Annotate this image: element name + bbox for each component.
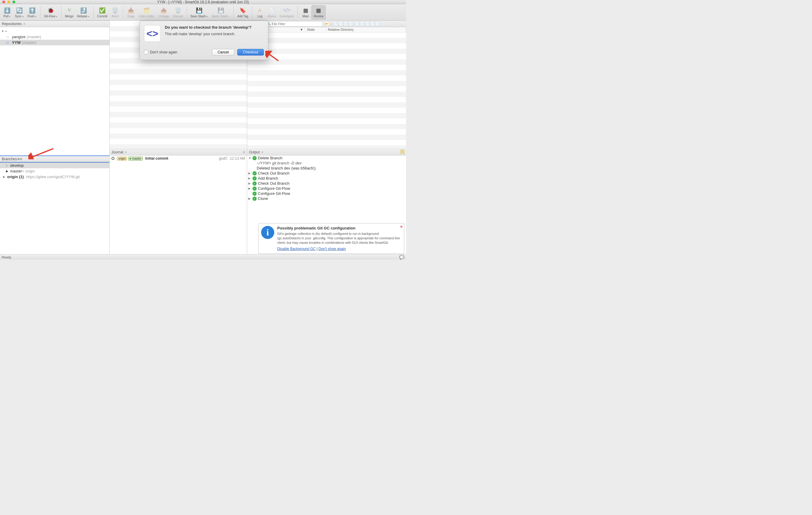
close-icon[interactable]: ✕ — [124, 151, 127, 154]
branch-name: master — [10, 169, 22, 173]
menu-icon[interactable]: ≡ — [20, 157, 22, 161]
output-item[interactable]: ▼ ✓ Delete Branch — [247, 156, 406, 161]
main-toolbar: ⬇️Pull▼ 🔄Sync▼ ⬆️Push▼ 🐞Git-Flow▼ ⑂Merge… — [0, 4, 406, 21]
repo-item-yyw[interactable]: ▭ YYW (master) — [0, 40, 109, 45]
cancel-button[interactable]: Cancel — [212, 49, 234, 55]
menu-icon[interactable]: ≡ — [243, 150, 245, 154]
commit-button[interactable]: ✅Commit — [95, 6, 109, 19]
save-stash-icon: 💾 — [196, 7, 203, 14]
output-label: Check Out Branch — [258, 181, 289, 186]
commit-row[interactable]: origin master Initial commit godC 12:13 … — [110, 156, 247, 161]
titlebar: YYW - [~/YYW] - SmartGit 18.2.8 (evaluat… — [0, 0, 406, 4]
dont-show-again-link[interactable]: Don't show again — [319, 247, 346, 251]
gitflow-button[interactable]: 🐞Git-Flow▼ — [42, 6, 59, 19]
push-button[interactable]: ⬆️Push▼ — [26, 6, 38, 19]
filter-icon[interactable]: 📄 — [355, 22, 359, 26]
chat-icon[interactable]: 💬 — [399, 255, 404, 260]
col-relative-directory[interactable]: Relative Directory — [326, 27, 406, 32]
repo-name: yangtze — [12, 35, 26, 39]
dialog-body: This will make 'develop' your current br… — [165, 32, 264, 36]
output-item[interactable]: ✓ Configure Git-Flow — [247, 191, 406, 196]
filter-icon[interactable]: 📄 — [365, 22, 370, 26]
output-item[interactable]: ▶ ✓ Add Branch — [247, 176, 406, 181]
output-item[interactable]: ▶ ✓ Clone — [247, 196, 406, 201]
output-result: Deleted branch dev (was b56acfc). — [247, 166, 406, 171]
filter-icon-group-3: 📄 📄 📄 📄 📄 — [355, 22, 380, 26]
repo-name: YYW — [12, 40, 21, 45]
output-label: Add Branch — [258, 176, 278, 181]
branch-develop[interactable]: ▷ develop — [0, 163, 109, 168]
output-item[interactable]: ▶ ✓ Check Out Branch — [247, 181, 406, 186]
filter-icon[interactable]: 📄 — [334, 22, 338, 26]
review-view-button[interactable]: ▦Review — [312, 5, 325, 19]
file-filter-input[interactable] — [266, 21, 323, 27]
blame-button: 📄Blame — [266, 6, 278, 19]
rebase-button[interactable]: ⤴️Rebase▼ — [75, 6, 91, 19]
filter-icon[interactable]: 📂 — [325, 22, 329, 26]
dialog-title: Do you want to checkout the branch 'deve… — [165, 25, 264, 30]
statusbar: Ready 💬 — [0, 254, 406, 260]
main-view-button[interactable]: ▦Main — [299, 6, 312, 19]
gc-warning-banner: ⊗ i Possibly problematic Git GC configur… — [258, 223, 404, 254]
close-icon[interactable]: ✕ — [261, 151, 263, 154]
branches-panel-header: Branches ✕ ≡ — [0, 156, 109, 162]
output-label: Output — [249, 150, 260, 154]
chevron-right-icon: ▶ — [2, 175, 6, 179]
index-editor-icon: 🗂️ — [143, 7, 150, 14]
stage-button: 📥Stage — [125, 6, 137, 19]
dont-show-checkbox[interactable] — [144, 50, 148, 54]
chevron-right-icon: ▶ — [248, 171, 252, 175]
commit-time: 12:13 AM — [230, 156, 245, 161]
close-icon[interactable]: ⊗ — [400, 225, 403, 228]
checkout-button[interactable]: Checkout — [237, 49, 264, 55]
filter-icon[interactable]: 📄 — [375, 22, 380, 26]
repo-root-label: ~ — [5, 29, 7, 33]
log-button[interactable]: ⑃Log — [254, 6, 266, 19]
left-column: Repositories ✕ ▼ ~ ▭ yangtze (master) ▭ … — [0, 21, 110, 254]
filter-icon-group-2: 📄 📄 📄 📄 — [334, 22, 353, 26]
remote-origin[interactable]: ▶ origin (1) - https://gitee.com/godC/YY… — [0, 174, 109, 180]
save-stash-button[interactable]: 💾Save Stash▼ — [189, 6, 210, 19]
success-check-icon: ✓ — [253, 187, 257, 191]
filter-icon[interactable]: 📄 — [339, 22, 343, 26]
filter-icon[interactable]: 📄 — [349, 22, 353, 26]
filter-icon[interactable]: 📄 — [344, 22, 348, 26]
chevron-right-icon: ▶ — [248, 182, 252, 185]
info-title: Possibly problematic Git GC configuratio… — [277, 226, 402, 231]
output-item[interactable]: ▶ ✓ Configure Git-Flow — [247, 186, 406, 191]
branch-outline-arrow-icon: ▷ — [5, 164, 9, 167]
journal-panel: origin master Initial commit godC 12:13 … — [110, 156, 247, 254]
merge-button[interactable]: ⑂Merge — [63, 6, 75, 19]
dont-show-label: Don't show again — [150, 50, 177, 54]
files-columns-header: ▼ State Relative Directory — [247, 27, 406, 32]
main-view-icon: ▦ — [302, 7, 309, 14]
bookmark-icon[interactable] — [401, 150, 404, 155]
stage-icon: 📥 — [127, 7, 135, 14]
output-panel: ▼ ✓ Delete Branch ~/YYW> git branch -D d… — [247, 156, 406, 254]
pull-button[interactable]: ⬇️Pull▼ — [1, 6, 13, 19]
sync-button[interactable]: 🔄Sync▼ — [13, 6, 26, 19]
branch-master[interactable]: ▶ master = origin — [0, 168, 109, 174]
output-label: Delete Branch — [258, 156, 282, 160]
discard-button: 🗑️Discard — [171, 6, 185, 19]
chevron-right-icon: ▶ — [248, 187, 252, 190]
rebase-icon: ⤴️ — [80, 7, 87, 14]
repo-item-yangtze[interactable]: ▭ yangtze (master) — [0, 34, 109, 40]
col-state[interactable]: State — [305, 27, 326, 32]
close-icon[interactable]: ✕ — [23, 22, 26, 26]
branches-panel: ▷ develop ▶ master = origin ▶ origin (1)… — [0, 162, 109, 254]
success-check-icon: ✓ — [253, 192, 257, 196]
output-item[interactable]: ▶ ✓ Check Out Branch — [247, 171, 406, 176]
info-body: Git's garbage collection is (by default)… — [277, 232, 402, 245]
filter-icon[interactable]: 📄 — [370, 22, 375, 26]
close-icon[interactable]: ✕ — [17, 157, 20, 161]
discard-icon: 🗑️ — [174, 7, 181, 14]
folder-icon: ▭ — [6, 35, 11, 39]
filter-icon[interactable]: 📄 — [360, 22, 365, 26]
branch-filled-arrow-icon: ▶ — [5, 169, 9, 173]
repo-root-row[interactable]: ▼ ~ — [0, 28, 109, 34]
review-view-icon: ▦ — [315, 7, 322, 14]
disable-gc-link[interactable]: Disable Background GC — [277, 247, 316, 251]
add-tag-button[interactable]: 🔖Add Tag — [235, 6, 250, 19]
apply-stash-button: 💾Apply Stash▼ — [210, 6, 232, 19]
